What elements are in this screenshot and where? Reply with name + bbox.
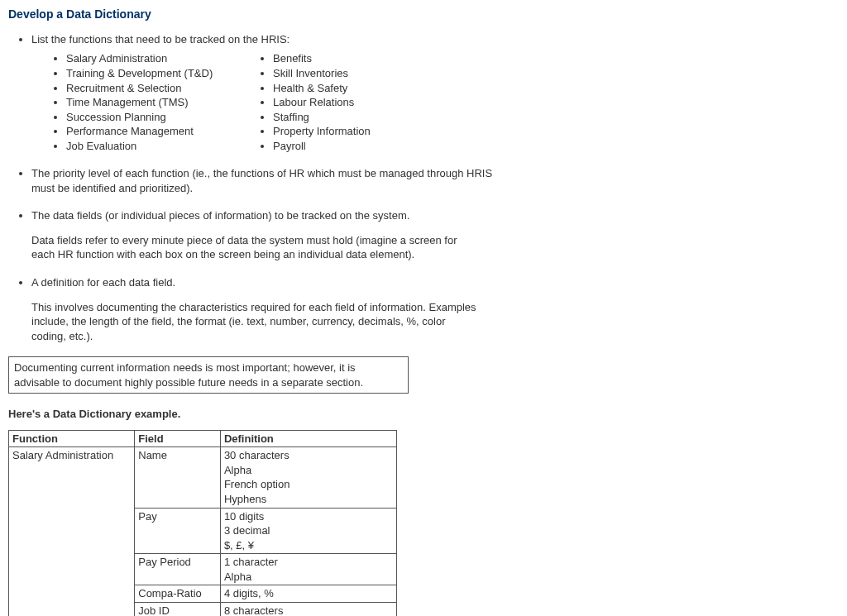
page-title: Develop a Data Dictionary — [8, 7, 839, 22]
list-item: The priority level of each function (ie.… — [31, 166, 495, 195]
definition-text: A definition for each data field. — [31, 276, 175, 289]
cell-function: Salary Administration — [9, 447, 135, 616]
cell-definition: 1 character Alpha — [220, 554, 396, 585]
list-item: Benefits — [273, 51, 424, 66]
note-box: Documenting current information needs is… — [8, 356, 409, 394]
cell-field: Name — [135, 447, 221, 508]
cell-definition: 30 characters Alpha French option Hyphen… — [220, 447, 396, 508]
def-line: 10 digits — [224, 509, 393, 524]
datafields-text: The data fields (or individual pieces of… — [31, 209, 409, 222]
def-line: 4 digits, % — [224, 586, 393, 601]
table-row: Salary Administration Name 30 characters… — [9, 447, 397, 508]
def-line: Alpha — [224, 463, 393, 478]
list-item: Job Evaluation — [66, 139, 258, 154]
cell-field: Compa-Ratio — [135, 585, 221, 603]
datafields-para: Data fields refer to every minute piece … — [31, 233, 478, 262]
list-item: The data fields (or individual pieces of… — [31, 208, 495, 262]
cell-field: Pay Period — [135, 554, 221, 585]
list-item: Skill Inventories — [273, 66, 424, 81]
header-definition: Definition — [220, 430, 396, 447]
list-item: Succession Planning — [66, 110, 258, 125]
data-dictionary-table: Function Field Definition Salary Adminis… — [8, 430, 397, 616]
list-item: Labour Relations — [273, 95, 424, 110]
intro-text: List the functions that need to be track… — [31, 33, 290, 45]
def-line: 8 characters — [224, 604, 393, 616]
def-line: 1 character — [224, 555, 393, 570]
header-function: Function — [9, 430, 135, 447]
priority-text: The priority level of each function (ie.… — [31, 167, 492, 194]
cell-field: Job ID — [135, 602, 221, 616]
def-line: Alpha — [224, 570, 393, 585]
def-line: $, £, ¥ — [224, 538, 393, 553]
list-item: Performance Management — [66, 124, 258, 139]
outer-list: List the functions that need to be track… — [8, 32, 839, 343]
cell-field: Pay — [135, 508, 221, 554]
cell-definition: 4 digits, % — [220, 585, 396, 603]
functions-list-a: Salary Administration Training & Develop… — [51, 51, 258, 153]
cell-definition: 10 digits 3 decimal $, £, ¥ — [220, 508, 396, 554]
cell-definition: 8 characters Alpha-numeric Hyphen — [220, 602, 396, 616]
list-item: Time Management (TMS) — [66, 95, 258, 110]
functions-columns: Salary Administration Training & Develop… — [51, 51, 495, 153]
list-item: Staffing — [273, 110, 424, 125]
definition-para: This involves documenting the characteri… — [31, 300, 478, 344]
list-item: A definition for each data field. This i… — [31, 275, 495, 343]
list-item: Payroll — [273, 139, 424, 154]
list-item: Recruitment & Selection — [66, 81, 258, 96]
example-label: Here's a Data Dictionary example. — [8, 407, 839, 422]
list-item: Salary Administration — [66, 51, 258, 66]
list-item: Training & Development (T&D) — [66, 66, 258, 81]
functions-list-b: Benefits Skill Inventories Health & Safe… — [258, 51, 424, 153]
header-field: Field — [135, 430, 221, 447]
def-line: 30 characters — [224, 448, 393, 463]
list-item: Property Information — [273, 124, 424, 139]
def-line: French option — [224, 477, 393, 492]
table-header-row: Function Field Definition — [9, 430, 397, 447]
def-line: Hyphens — [224, 492, 393, 507]
def-line: 3 decimal — [224, 523, 393, 538]
list-item: List the functions that need to be track… — [31, 32, 495, 153]
list-item: Health & Safety — [273, 81, 424, 96]
